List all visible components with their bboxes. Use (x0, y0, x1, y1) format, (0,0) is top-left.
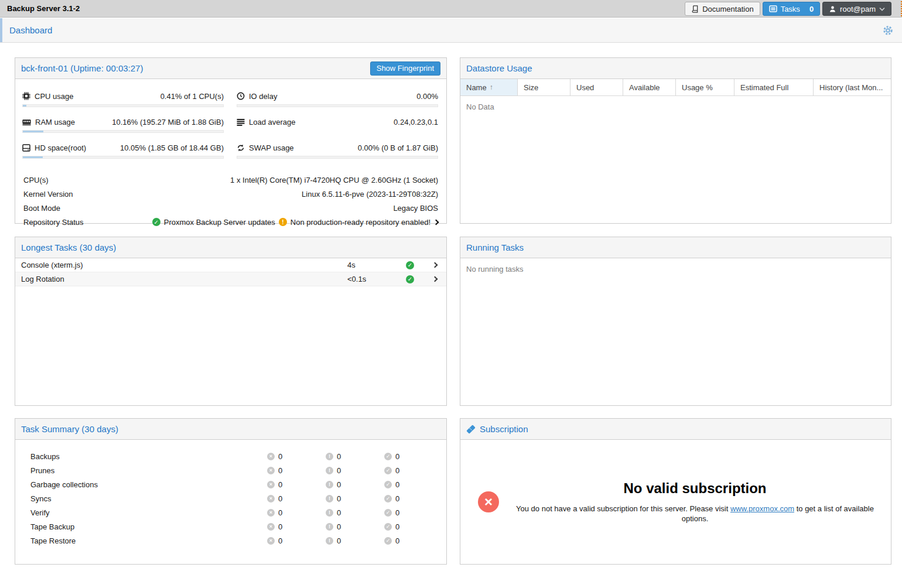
error-circle-icon: × (267, 467, 275, 474)
running-tasks-header: Running Tasks (460, 237, 891, 258)
summary-row[interactable]: Garbage collections ×0 !0 ✓0 (15, 477, 446, 491)
ok-count: 0 (395, 522, 399, 531)
ticket-icon (466, 425, 476, 434)
memory-icon (22, 118, 31, 126)
task-row[interactable]: Console (xterm.js) 4s ✓ (15, 258, 446, 272)
chevron-right-icon[interactable] (432, 276, 438, 282)
error-count: 0 (278, 536, 282, 545)
warning-circle-icon: ! (326, 509, 333, 517)
summary-row[interactable]: Prunes ×0 !0 ✓0 (15, 463, 446, 477)
longest-tasks-header: Longest Tasks (30 days) (15, 237, 446, 258)
task-summary-title: Task Summary (30 days) (21, 424, 118, 434)
ram-usage-value: 10.16% (195.27 MiB of 1.88 GiB) (112, 118, 224, 127)
list-bars-icon (237, 118, 245, 126)
hard-drive-icon (22, 144, 30, 152)
summary-row[interactable]: Tape Restore ×0 !0 ✓0 (15, 534, 446, 548)
swap-usage-bar (237, 156, 438, 159)
check-circle-icon: ✓ (406, 275, 414, 283)
app-title: Backup Server 3.1-2 (7, 0, 80, 18)
subscription-title: Subscription (480, 424, 528, 434)
user-label: root@pam (840, 5, 876, 13)
column-header-estimated-full[interactable]: Estimated Full (734, 79, 814, 95)
error-count: 0 (278, 522, 282, 531)
error-count: 0 (278, 452, 282, 461)
summary-label: Verify (15, 508, 267, 517)
clock-icon (237, 92, 245, 100)
datastore-table-header: Name ↑ Size Used Available Usage % Estim… (460, 79, 891, 96)
repository-status-label: Repository Status (23, 218, 84, 227)
load-average-value: 0.24,0.23,0.1 (394, 118, 438, 127)
column-header-usage[interactable]: Usage % (676, 79, 734, 95)
summary-row[interactable]: Syncs ×0 !0 ✓0 (15, 491, 446, 505)
datastore-panel-title: Datastore Usage (466, 63, 532, 73)
subscription-body: × No valid subscription You do not have … (460, 440, 891, 564)
ok-circle-icon: ✓ (384, 467, 392, 474)
user-icon (829, 5, 836, 13)
boot-mode-value: Legacy BIOS (393, 204, 438, 213)
hd-space-metric: HD space(root) 10.05% (1.85 GB of 18.44 … (22, 141, 224, 159)
dashboard-toolbar: Dashboard (0, 18, 902, 43)
host-info-rows: CPU(s) 1 x Intel(R) Core(TM) i7-4720HQ C… (15, 167, 446, 229)
error-count: 0 (278, 508, 282, 517)
chevron-right-icon[interactable] (432, 262, 438, 268)
repository-warn-text: Non production-ready repository enabled! (291, 218, 430, 227)
user-menu-button[interactable]: root@pam (822, 2, 891, 16)
ok-circle-icon: ✓ (384, 537, 392, 545)
app-header: Backup Server 3.1-2 Documentation Tasks … (0, 0, 902, 18)
column-header-available[interactable]: Available (623, 79, 676, 95)
task-summary-body: Backups ×0 !0 ✓0 Prunes ×0 !0 ✓0 Garbage… (15, 440, 446, 548)
proxmox-link[interactable]: www.proxmox.com (730, 504, 794, 513)
ok-count: 0 (395, 508, 399, 517)
sort-ascending-icon: ↑ (490, 83, 493, 91)
warning-count: 0 (337, 480, 341, 489)
cpus-row: CPU(s) 1 x Intel(R) Core(TM) i7-4720HQ C… (23, 173, 438, 187)
column-header-size[interactable]: Size (518, 79, 570, 95)
ram-usage-bar (22, 130, 224, 133)
ok-count: 0 (395, 452, 399, 461)
task-name: Console (xterm.js) (15, 261, 347, 269)
host-summary-panel: bck-front-01 (Uptime: 00:03:27) Show Fin… (15, 57, 447, 224)
task-row[interactable]: Log Rotation <0.1s ✓ (15, 272, 446, 286)
kernel-version-row: Kernel Version Linux 6.5.11-6-pve (2023-… (23, 187, 438, 201)
summary-label: Tape Backup (15, 522, 267, 531)
documentation-button[interactable]: Documentation (685, 2, 760, 16)
documentation-label: Documentation (702, 5, 753, 13)
cpu-usage-bar (22, 104, 224, 107)
check-circle-icon: ✓ (406, 261, 414, 269)
column-header-used[interactable]: Used (570, 79, 623, 95)
tasks-button[interactable]: Tasks 0 (763, 2, 820, 16)
hd-space-value: 10.05% (1.85 GB of 18.44 GB) (120, 143, 224, 152)
column-header-name[interactable]: Name ↑ (460, 79, 518, 95)
warning-circle-icon: ! (326, 495, 333, 502)
error-count: 0 (278, 480, 282, 489)
subscription-header: Subscription (460, 419, 891, 440)
error-circle-icon: × (267, 453, 275, 460)
ok-circle-icon: ✓ (384, 509, 392, 517)
tasks-list-icon (769, 5, 777, 12)
datastore-empty-text: No Data (460, 96, 891, 118)
cpu-chip-icon (22, 92, 30, 100)
cpus-label: CPU(s) (23, 176, 49, 184)
column-header-history[interactable]: History (last Mon... (814, 79, 891, 95)
swap-usage-metric: SWAP usage 0.00% (0 B of 1.87 GiB) (237, 141, 438, 159)
running-tasks-empty-text: No running tasks (460, 258, 891, 280)
datastore-usage-panel: Datastore Usage Name ↑ Size Used Availab… (460, 57, 891, 224)
summary-row[interactable]: Verify ×0 !0 ✓0 (15, 505, 446, 519)
chevron-right-icon[interactable] (433, 219, 439, 225)
task-duration: 4s (347, 261, 397, 269)
settings-gear-icon[interactable] (882, 25, 894, 36)
ram-usage-label: RAM usage (35, 118, 75, 127)
show-fingerprint-button[interactable]: Show Fingerprint (370, 61, 440, 76)
toolbar-accent-strip (0, 18, 2, 42)
summary-row[interactable]: Tape Backup ×0 !0 ✓0 (15, 519, 446, 534)
io-delay-value: 0.00% (416, 92, 438, 101)
subscription-heading: No valid subscription (513, 480, 877, 497)
warning-circle-icon: ! (326, 523, 333, 531)
warning-circle-icon: ! (326, 453, 333, 460)
boot-mode-row: Boot Mode Legacy BIOS (23, 201, 438, 215)
summary-row[interactable]: Backups ×0 !0 ✓0 (15, 449, 446, 463)
ram-usage-metric: RAM usage 10.16% (195.27 MiB of 1.88 GiB… (22, 115, 224, 133)
chevron-down-icon (879, 7, 885, 11)
tasks-label: Tasks (781, 5, 800, 13)
kernel-version-label: Kernel Version (23, 190, 73, 199)
